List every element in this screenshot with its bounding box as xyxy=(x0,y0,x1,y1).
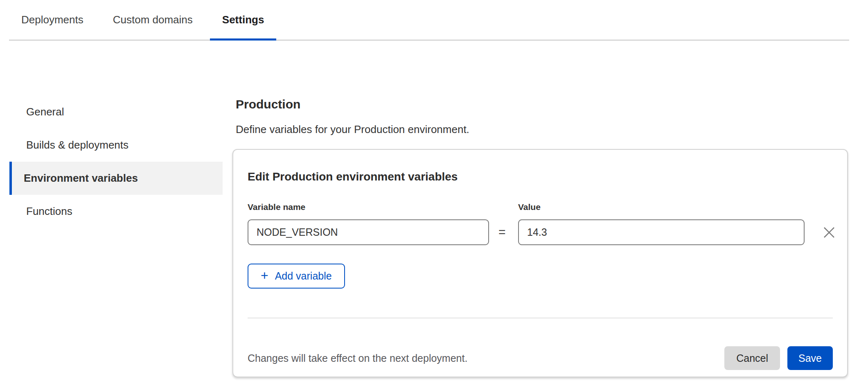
tab-label: Settings xyxy=(222,14,264,26)
sidebar-item-general[interactable]: General xyxy=(9,95,223,129)
value-label: Value xyxy=(518,202,541,212)
tab-deployments[interactable]: Deployments xyxy=(9,0,96,40)
variable-name-input[interactable] xyxy=(248,219,489,245)
equals-sign: = xyxy=(498,225,506,239)
sidebar-item-functions[interactable]: Functions xyxy=(9,195,223,228)
tab-settings[interactable]: Settings xyxy=(210,0,277,40)
sidebar-item-label: Environment variables xyxy=(24,172,138,185)
environment-variables-card: Edit Production environment variables Va… xyxy=(232,149,848,377)
add-variable-label: Add variable xyxy=(275,270,332,282)
save-button[interactable]: Save xyxy=(787,346,833,370)
tab-custom-domains[interactable]: Custom domains xyxy=(101,0,205,40)
tab-label: Deployments xyxy=(21,14,83,26)
sidebar-item-environment-variables[interactable]: Environment variables xyxy=(9,162,223,195)
add-variable-button[interactable]: + Add variable xyxy=(248,264,345,289)
card-footer: Changes will take effect on the next dep… xyxy=(248,346,833,370)
deployment-note: Changes will take effect on the next dep… xyxy=(248,352,724,364)
settings-sidebar: General Builds & deployments Environment… xyxy=(9,95,223,228)
remove-variable-button[interactable] xyxy=(821,224,837,241)
sidebar-item-label: Builds & deployments xyxy=(26,139,129,151)
section-description: Define variables for your Production env… xyxy=(236,123,469,136)
sidebar-item-label: Functions xyxy=(26,205,72,218)
card-title: Edit Production environment variables xyxy=(248,170,458,183)
variable-value-input[interactable] xyxy=(518,219,805,245)
plus-icon: + xyxy=(261,269,268,282)
cancel-button[interactable]: Cancel xyxy=(724,346,780,370)
card-divider xyxy=(248,318,833,318)
variable-name-label: Variable name xyxy=(248,202,305,212)
tab-label: Custom domains xyxy=(113,14,193,26)
sidebar-item-label: General xyxy=(26,106,64,118)
x-icon xyxy=(822,226,836,239)
section-heading: Production xyxy=(236,97,300,111)
project-tabbar: Deployments Custom domains Settings xyxy=(9,0,849,41)
sidebar-item-builds-deployments[interactable]: Builds & deployments xyxy=(9,129,223,162)
